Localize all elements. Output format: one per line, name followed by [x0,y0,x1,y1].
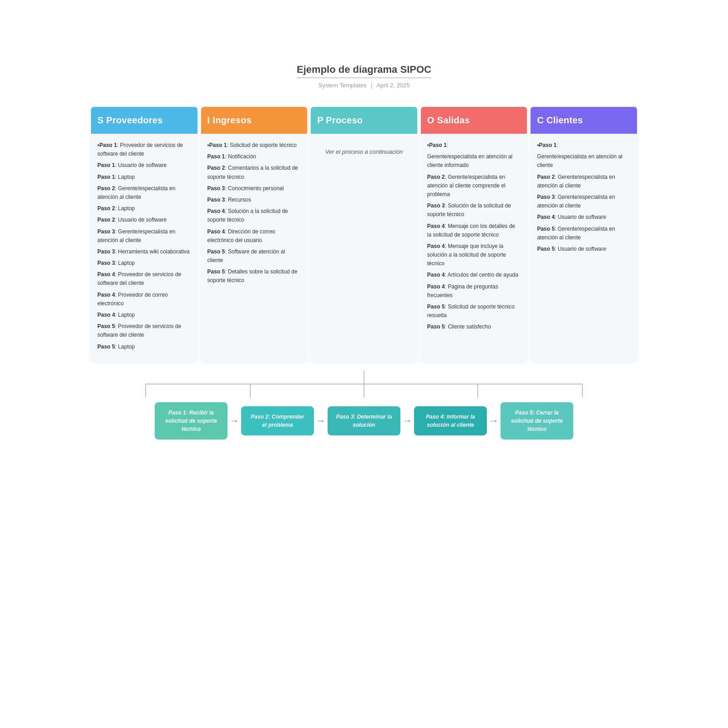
process-step-3: Paso 3: Determinar la solución [328,406,400,435]
list-item: Gerente/especialista en atención al clie… [427,152,521,170]
list-item: Paso 1: Usuario de software [97,161,191,170]
list-item: Paso 5: Detalles sobre la solicitud de s… [207,268,301,285]
subtitle-source: System Templates [318,82,367,89]
list-item: Paso 2: Gerente/especialista en atención… [97,184,191,202]
column-header-o: O Salidas [421,107,527,134]
process-step-5: Paso 5: Cerrar la solicitud de soporte t… [500,402,573,440]
column-i: I Ingresos•Paso 1: Solicitud de soporte … [201,107,308,361]
list-item: Paso 2: Laptop [97,204,191,213]
header: Ejemplo de diagrama SIPOC System Templat… [91,64,637,89]
step-arrow-icon: → [489,415,499,427]
column-body-s: •Paso 1: Proveedor de servicios de softw… [91,134,197,361]
list-item: Paso 3: Gerente/especialista en atención… [97,228,191,245]
column-s: S Proveedores•Paso 1: Proveedor de servi… [91,107,197,361]
list-item: Paso 5: Laptop [97,343,191,351]
column-header-c: C Clientes [531,107,637,134]
subtitle: System Templates | April 2, 2025 [91,82,637,89]
list-item: Paso 3: Solución de la solicitud de sopo… [427,202,521,219]
page-title: Ejemplo de diagrama SIPOC [297,64,431,78]
list-item: Paso 5: Solicitud de soporte técnico res… [427,303,521,320]
column-c: C Clientes•Paso 1:Gerente/especialista e… [531,107,637,361]
process-step-4: Paso 4: Informar la solución al cliente [414,406,487,435]
list-item: Paso 3: Recursos [207,196,301,204]
list-item: Paso 3: Laptop [97,259,191,268]
page-container: Ejemplo de diagrama SIPOC System Templat… [91,0,637,467]
subtitle-separator: | [371,82,372,89]
column-body-i: •Paso 1: Solicitud de soporte técnicoPas… [201,134,308,361]
list-item: Paso 4: Dirección de correo electrónico … [207,228,301,245]
list-item: Gerente/especialista en atención al clie… [537,152,631,170]
step-arrow-icon: → [229,415,239,427]
list-item: Paso 4: Usuario de software [537,213,631,222]
connector-area [91,370,637,398]
column-header-i: I Ingresos [201,107,308,134]
process-step-1: Paso 1: Recibir la solicitud de soporte … [155,402,228,440]
column-body-c: •Paso 1:Gerente/especialista en atención… [531,134,637,361]
column-header-p: P Proceso [311,107,417,134]
list-item: Paso 4: Página de preguntas frecuentes [427,283,521,300]
list-item: Paso 5: Proveedor de servicios de softwa… [97,322,191,339]
list-item: Paso 4: Proveedor de servicios de softwa… [97,270,191,288]
column-body-o: •Paso 1:Gerente/especialista en atención… [421,134,527,361]
list-item: Paso 1: Notificación [207,152,301,161]
list-item: Paso 5: Usuario de software [537,245,631,253]
list-item: Paso 2: Gerente/especialista en atención… [537,173,631,190]
list-item: Paso 4: Artículos del centro de ayuda [427,271,521,279]
sipoc-table: S Proveedores•Paso 1: Proveedor de servi… [91,107,637,361]
step-arrow-icon: → [402,415,412,427]
list-item: Paso 2: Usuario de software [97,216,191,224]
process-steps: Paso 1: Recibir la solicitud de soporte … [91,402,637,440]
column-body-p: Ver el proceso a continuación [311,134,417,361]
list-item: Paso 4: Mensaje que incluye la solución … [427,242,521,268]
list-item: Paso 4: Proveedor de correo electrónico [97,291,191,308]
list-item: Paso 2: Gerente/especialista en atención… [427,173,521,199]
list-item: Paso 2: Comentarios a la solicitud de so… [207,164,301,181]
list-item: Paso 4: Solución a la solicitud de sopor… [207,207,301,224]
list-item: Paso 4: Mensaje con los detalles de la s… [427,222,521,239]
list-item: Paso 5: Software de atención al cliente [207,248,301,265]
list-item: Paso 4: Laptop [97,311,191,319]
list-item: •Paso 1: [537,141,631,150]
process-note: Ver el proceso a continuación [325,147,403,157]
subtitle-date: April 2, 2025 [376,82,410,89]
list-item: Paso 1: Laptop [97,173,191,182]
column-header-s: S Proveedores [91,107,197,134]
list-item: Paso 3: Conocimiento personal [207,184,301,193]
list-item: •Paso 1: Solicitud de soporte técnico [207,141,301,150]
list-item: •Paso 1: [427,141,521,150]
list-item: Paso 3: Herramienta wiki colaborativa [97,248,191,256]
list-item: Paso 5: Cliente satisfecho [427,323,521,331]
list-item: •Paso 1: Proveedor de servicios de softw… [97,141,191,158]
column-o: O Salidas•Paso 1:Gerente/especialista en… [421,107,527,361]
step-arrow-icon: → [316,415,326,427]
process-step-2: Paso 2: Comprender el problema [241,406,314,435]
list-item: Paso 5: Gerente/especialista en atención… [537,225,631,242]
column-p: P ProcesoVer el proceso a continuación [311,107,417,361]
list-item: Paso 3: Gerente/especialista en atención… [537,193,631,210]
